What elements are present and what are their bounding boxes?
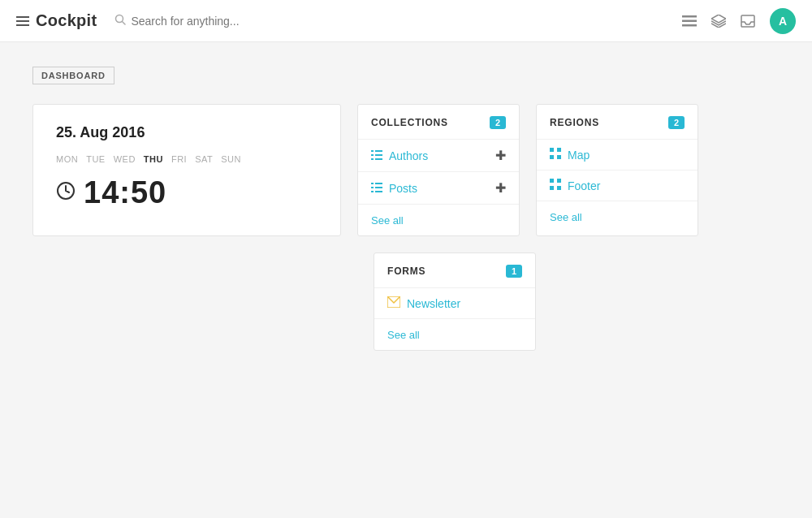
svg-rect-17 — [375, 187, 382, 188]
svg-rect-9 — [375, 150, 382, 152]
collections-card: COLLECTIONS 2 Authors — [357, 104, 520, 236]
spacer — [32, 253, 357, 351]
regions-count: 2 — [668, 116, 685, 129]
regions-see-all[interactable]: See all — [550, 211, 582, 223]
collections-see-all[interactable]: See all — [371, 214, 404, 227]
collections-item-authors[interactable]: Authors ✚ — [358, 140, 519, 172]
add-posts-icon[interactable]: ✚ — [495, 180, 506, 196]
svg-rect-15 — [375, 183, 382, 184]
header-right: A — [682, 8, 796, 34]
regions-item-footer[interactable]: Footer — [537, 171, 698, 201]
collections-title: COLLECTIONS — [371, 117, 448, 128]
svg-rect-6 — [741, 15, 754, 27]
forms-see-all[interactable]: See all — [387, 329, 420, 341]
svg-rect-2 — [682, 15, 697, 18]
weekdays: MON TUE WED THU FRI SAT SUN — [56, 154, 317, 164]
svg-rect-11 — [375, 154, 382, 156]
svg-rect-25 — [557, 179, 561, 183]
svg-rect-21 — [557, 148, 561, 152]
weekday-tue: TUE — [86, 154, 106, 164]
svg-rect-26 — [550, 186, 554, 190]
main-content: DASHBOARD 25. Aug 2016 MON TUE WED THU F… — [0, 42, 812, 375]
svg-rect-8 — [371, 150, 374, 152]
regions-see-all-row: See all — [537, 201, 698, 232]
layers-icon[interactable] — [711, 15, 726, 28]
add-authors-icon[interactable]: ✚ — [495, 148, 506, 163]
list-view-icon[interactable] — [682, 15, 697, 27]
weekday-wed: WED — [114, 154, 136, 164]
search-area — [114, 14, 672, 28]
svg-rect-14 — [371, 183, 374, 184]
dashboard-badge: DASHBOARD — [32, 67, 114, 84]
weekday-fri: FRI — [171, 154, 187, 164]
hamburger-icon[interactable] — [16, 16, 29, 26]
collections-see-all-row: See all — [358, 205, 519, 235]
regions-title: REGIONS — [550, 117, 599, 128]
search-input[interactable] — [131, 15, 309, 28]
inbox-icon[interactable] — [741, 15, 755, 28]
weekday-thu: THU — [144, 154, 163, 164]
regions-header: REGIONS 2 — [537, 105, 698, 140]
svg-line-1 — [123, 22, 126, 25]
list-icon-posts — [371, 182, 382, 195]
svg-rect-10 — [371, 154, 374, 156]
svg-rect-18 — [371, 191, 374, 192]
grid-icon-map — [550, 148, 561, 162]
date-time-card: 25. Aug 2016 MON TUE WED THU FRI SAT SUN… — [32, 104, 341, 236]
svg-rect-12 — [371, 158, 374, 160]
forms-title: FORMS — [387, 265, 425, 277]
search-icon — [114, 14, 126, 28]
clock-icon — [56, 181, 76, 205]
newsletter-label: Newsletter — [407, 297, 460, 310]
map-label: Map — [568, 149, 590, 162]
forms-see-all-row: See all — [374, 319, 535, 350]
svg-rect-3 — [682, 19, 697, 22]
header: Cockpit — [0, 0, 812, 42]
svg-rect-4 — [682, 24, 697, 27]
svg-marker-5 — [711, 15, 726, 23]
date-title: 25. Aug 2016 — [56, 124, 317, 141]
forms-count: 1 — [506, 265, 522, 278]
svg-rect-24 — [550, 179, 554, 183]
svg-rect-27 — [557, 186, 561, 190]
weekday-sun: SUN — [221, 154, 241, 164]
time-display: 14:50 — [56, 175, 317, 210]
svg-rect-22 — [550, 155, 554, 159]
weekday-mon: MON — [56, 154, 78, 164]
form-icon-newsletter — [387, 296, 400, 310]
collections-count: 2 — [490, 116, 506, 129]
collections-header: COLLECTIONS 2 — [358, 105, 519, 140]
header-left: Cockpit — [16, 11, 97, 30]
svg-rect-23 — [557, 155, 561, 159]
forms-header: FORMS 1 — [374, 253, 535, 288]
cards-row-bottom: FORMS 1 Newsletter See all — [32, 253, 780, 351]
svg-rect-13 — [375, 158, 382, 160]
list-icon-authors — [371, 149, 382, 162]
posts-label: Posts — [389, 182, 417, 195]
svg-rect-16 — [371, 187, 374, 188]
grid-icon-footer — [550, 179, 561, 192]
brand-title: Cockpit — [36, 11, 97, 30]
forms-item-newsletter[interactable]: Newsletter — [374, 288, 535, 319]
regions-card: REGIONS 2 Map — [536, 104, 698, 236]
regions-item-map[interactable]: Map — [537, 140, 698, 171]
cards-row-top: 25. Aug 2016 MON TUE WED THU FRI SAT SUN… — [32, 104, 780, 236]
collections-item-posts[interactable]: Posts ✚ — [358, 172, 519, 205]
authors-label: Authors — [389, 149, 428, 162]
avatar[interactable]: A — [770, 8, 796, 34]
weekday-sat: SAT — [195, 154, 213, 164]
time-value: 14:50 — [84, 175, 166, 210]
svg-rect-19 — [375, 191, 382, 192]
forms-card: FORMS 1 Newsletter See all — [374, 253, 536, 351]
svg-rect-20 — [550, 148, 554, 152]
footer-label: Footer — [568, 179, 600, 192]
